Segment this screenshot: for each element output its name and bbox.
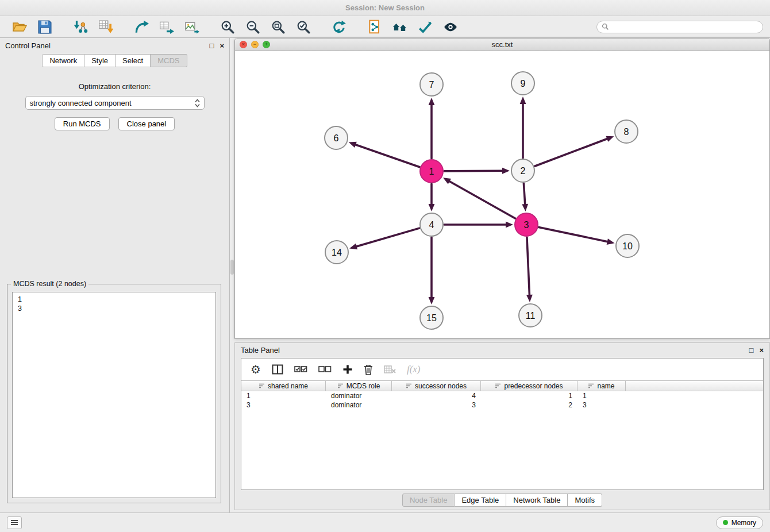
trash-icon	[364, 364, 373, 375]
tab-node-table[interactable]: Node Table	[402, 494, 455, 507]
criterion-dropdown[interactable]: strongly connected component	[25, 96, 205, 110]
mcds-result-box: MCDS result (2 nodes) 1 3	[7, 284, 221, 503]
tab-style[interactable]: Style	[84, 54, 116, 67]
export-image-button[interactable]	[179, 18, 205, 36]
graph-node-3[interactable]: 3	[515, 213, 538, 236]
node-label: 4	[429, 220, 434, 230]
layout-group	[326, 18, 352, 36]
column-header-predecessor-nodes[interactable]: predecessor nodes	[481, 381, 578, 391]
graph-node-8[interactable]: 8	[615, 120, 638, 143]
graph-node-11[interactable]: 11	[519, 304, 542, 327]
table-row[interactable]: 3 dominator 3 2 3	[241, 400, 763, 410]
function-builder-button[interactable]: f(x)	[407, 364, 421, 375]
tab-select[interactable]: Select	[116, 54, 151, 67]
apply-layout-button[interactable]	[326, 18, 352, 36]
table-panel: Table Panel □ × ⚙	[234, 342, 770, 510]
show-hide-button[interactable]	[438, 18, 463, 36]
import-network-button[interactable]	[68, 18, 93, 36]
edge-arrowhead	[506, 222, 513, 228]
open-session-button[interactable]	[7, 18, 32, 36]
column-header-mcds-role[interactable]: MCDS role	[326, 381, 392, 391]
window-minimize-button[interactable]: −	[251, 41, 259, 48]
chevron-up-down-icon	[195, 99, 200, 107]
select-all-rows-button[interactable]	[294, 365, 307, 373]
gear-icon: ⚙	[251, 364, 261, 375]
checked-boxes-icon	[294, 365, 307, 373]
import-network-icon	[73, 20, 88, 34]
graph-node-14[interactable]: 14	[325, 241, 348, 264]
graph-node-10[interactable]: 10	[616, 234, 639, 257]
edge-2-8[interactable]	[535, 138, 609, 166]
edge-1-6[interactable]	[355, 144, 419, 167]
search-input[interactable]	[612, 23, 758, 31]
network-canvas-area[interactable]: 7968124314101511	[235, 51, 769, 338]
table-settings-button[interactable]: ⚙	[251, 364, 261, 375]
tab-network[interactable]: Network	[42, 54, 84, 67]
edge-1-2[interactable]	[444, 171, 503, 171]
edge-2-3[interactable]	[523, 183, 525, 205]
delete-column-button[interactable]	[364, 364, 373, 375]
column-header-name[interactable]: name	[578, 381, 626, 391]
node-label: 11	[526, 311, 536, 321]
mcds-result-list[interactable]: 1 3	[12, 292, 216, 498]
save-session-button[interactable]	[32, 18, 57, 36]
add-column-button[interactable]	[342, 364, 353, 375]
run-mcds-button[interactable]: Run MCDS	[55, 117, 110, 130]
close-panel-button[interactable]: Close panel	[118, 117, 175, 130]
graph-node-4[interactable]: 4	[420, 213, 443, 236]
edge-4-14[interactable]	[356, 228, 419, 246]
close-table-panel-icon[interactable]: ×	[759, 346, 764, 354]
tab-network-table[interactable]: Network Table	[506, 494, 568, 507]
tab-mcds[interactable]: MCDS	[151, 54, 187, 67]
tab-edge-table[interactable]: Edge Table	[455, 494, 506, 507]
window-zoom-button[interactable]: +	[263, 41, 270, 48]
plus-icon	[342, 364, 353, 375]
graph-node-15[interactable]: 15	[420, 306, 443, 329]
status-menu-button[interactable]	[7, 516, 22, 529]
export-image-icon	[184, 20, 199, 34]
zoom-fit-button[interactable]	[265, 18, 291, 36]
tools-group	[362, 18, 463, 36]
cell-shared-name: 1	[241, 392, 326, 400]
window-close-button[interactable]: ×	[240, 41, 247, 48]
new-network-button[interactable]	[129, 18, 154, 36]
document-share-button[interactable]	[362, 18, 387, 36]
graph-node-2[interactable]: 2	[511, 159, 534, 182]
network-to-table-button[interactable]	[154, 18, 179, 36]
memory-button[interactable]: Memory	[716, 516, 763, 529]
node-label: 15	[426, 313, 437, 323]
node-table-container: ⚙	[241, 358, 764, 490]
panel-splitter-handle[interactable]	[230, 260, 234, 275]
node-label: 1	[429, 167, 434, 176]
column-header-successor-nodes[interactable]: successor nodes	[392, 381, 481, 391]
network-group	[129, 18, 205, 36]
node-label: 9	[521, 79, 526, 88]
document-network-icon	[367, 20, 382, 34]
zoom-out-button[interactable]	[240, 18, 265, 36]
refresh-icon	[332, 20, 346, 34]
graph-node-7[interactable]: 7	[420, 73, 443, 96]
tab-motifs[interactable]: Motifs	[568, 494, 602, 507]
zoom-selected-button[interactable]	[291, 18, 316, 36]
graph-node-6[interactable]: 6	[325, 126, 348, 149]
zoom-in-button[interactable]	[215, 18, 240, 36]
home-button[interactable]	[387, 18, 413, 36]
float-table-panel-icon[interactable]: □	[749, 346, 754, 354]
float-panel-icon[interactable]: □	[210, 42, 214, 49]
apply-style-button[interactable]	[413, 18, 438, 36]
graph-node-9[interactable]: 9	[511, 72, 534, 95]
show-columns-button[interactable]	[272, 364, 283, 375]
edge-arrowhead	[502, 168, 510, 174]
network-graph[interactable]: 7968124314101511	[235, 51, 769, 338]
edge-3-11[interactable]	[527, 237, 530, 296]
edge-3-1[interactable]	[449, 181, 515, 219]
close-panel-icon[interactable]: ×	[220, 42, 224, 49]
deselect-all-rows-button[interactable]	[318, 365, 332, 373]
column-header-shared-name[interactable]: shared name	[241, 381, 326, 391]
delete-table-button[interactable]	[384, 365, 396, 374]
graph-node-1[interactable]: 1	[420, 160, 443, 183]
import-table-button[interactable]	[93, 18, 118, 36]
edge-3-10[interactable]	[539, 228, 609, 242]
edge-arrowhead	[429, 297, 435, 304]
table-row[interactable]: 1 dominator 4 1 1	[241, 391, 763, 400]
